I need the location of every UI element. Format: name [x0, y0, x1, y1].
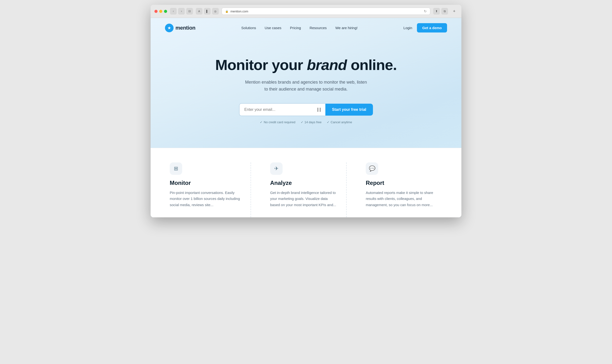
form-note-14-days: ✓ 14 days free	[301, 120, 322, 124]
browser-window: ‹ › ⊟ A ▌ ◎ 🔒 mention.com ↻ ⬆ ⧉ + ★	[151, 5, 461, 217]
address-bar[interactable]: 🔒 mention.com ↻	[222, 8, 430, 15]
email-input[interactable]	[239, 103, 325, 116]
login-link[interactable]: Login	[404, 26, 412, 30]
monitor-title: Monitor	[170, 180, 241, 186]
nav-resources[interactable]: Resources	[310, 26, 327, 30]
lock-icon: 🔒	[225, 10, 229, 13]
analyze-title: Analyze	[270, 180, 337, 186]
hero-title-part2: online.	[347, 57, 397, 73]
analyze-icon-wrapper: ✈	[270, 162, 283, 175]
maximize-button[interactable]	[164, 10, 167, 13]
feature-monitor: ⊞ Monitor Pin-point important conversati…	[170, 162, 251, 218]
nav-hiring[interactable]: We are hiring!	[335, 26, 358, 30]
sidebar-toggle-button[interactable]: ⊟	[186, 8, 193, 14]
hero-subtitle: Mention enables brands and agencies to m…	[244, 79, 368, 93]
check-icon-2: ✓	[301, 120, 303, 124]
email-input-icon: ▌▌	[317, 108, 322, 112]
url-text: mention.com	[231, 10, 248, 13]
logo-star: ★	[167, 25, 171, 31]
extension-1[interactable]: A	[196, 8, 203, 14]
check-icon-1: ✓	[260, 120, 262, 124]
features-section: ⊞ Monitor Pin-point important conversati…	[151, 148, 461, 218]
forward-button[interactable]: ›	[178, 8, 185, 14]
browser-actions: ⬆ ⧉	[433, 8, 448, 14]
reload-icon[interactable]: ↻	[424, 9, 427, 13]
email-form: ▌▌ Start your free trial	[239, 103, 373, 116]
note-text-2: 14 days free	[305, 120, 322, 124]
report-icon-wrapper: 💬	[366, 162, 378, 175]
feature-analyze: ✈ Analyze Get in-depth brand intelligenc…	[265, 162, 347, 218]
monitor-icon-wrapper: ⊞	[170, 162, 182, 175]
share-button[interactable]: ⬆	[433, 8, 440, 14]
report-title: Report	[366, 180, 442, 186]
hero-title-italic: brand	[307, 57, 347, 73]
close-button[interactable]	[154, 10, 158, 13]
note-text-1: No credit card required	[264, 120, 295, 124]
feature-report: 💬 Report Automated reports make it simpl…	[361, 162, 442, 218]
features-grid: ⊞ Monitor Pin-point important conversati…	[170, 162, 442, 218]
form-note-cancel: ✓ Cancel anytime	[327, 120, 352, 124]
email-input-wrapper: ▌▌	[239, 103, 325, 116]
logo-link[interactable]: ★ mention	[165, 24, 195, 32]
hero-title: Monitor your brand online.	[165, 57, 447, 73]
hero-title-part1: Monitor your	[215, 57, 307, 73]
start-trial-button[interactable]: Start your free trial	[325, 104, 373, 116]
traffic-lights	[154, 10, 167, 13]
check-icon-3: ✓	[327, 120, 329, 124]
analyze-description: Get in-depth brand intelligence tailored…	[270, 190, 337, 208]
nav-cta-group: Login Get a demo	[404, 23, 447, 32]
monitor-icon: ⊞	[174, 166, 178, 172]
browser-nav: ‹ › ⊟	[170, 8, 193, 14]
minimize-button[interactable]	[159, 10, 162, 13]
site-nav: ★ mention Solutions Use cases Pricing Re…	[151, 18, 461, 38]
nav-solutions[interactable]: Solutions	[241, 26, 256, 30]
tab-button[interactable]: ⧉	[441, 8, 448, 14]
nav-links: Solutions Use cases Pricing Resources We…	[241, 26, 357, 30]
get-demo-button[interactable]: Get a demo	[417, 23, 447, 32]
form-notes: ✓ No credit card required ✓ 14 days free…	[165, 120, 447, 124]
extension-2[interactable]: ▌	[204, 8, 211, 14]
hero-section: Monitor your brand online. Mention enabl…	[151, 38, 461, 138]
browser-extensions: A ▌ ◎	[196, 8, 219, 14]
back-button[interactable]: ‹	[170, 8, 177, 14]
browser-titlebar: ‹ › ⊟ A ▌ ◎ 🔒 mention.com ↻ ⬆ ⧉ +	[151, 5, 461, 18]
nav-use-cases[interactable]: Use cases	[265, 26, 281, 30]
analyze-icon: ✈	[274, 166, 279, 172]
report-icon: 💬	[369, 166, 375, 172]
report-description: Automated reports make it simple to shar…	[366, 190, 442, 208]
monitor-description: Pin-point important conversations. Easil…	[170, 190, 241, 208]
extension-3[interactable]: ◎	[212, 8, 219, 14]
logo-icon: ★	[165, 24, 174, 32]
note-text-3: Cancel anytime	[331, 120, 352, 124]
form-note-credit-card: ✓ No credit card required	[260, 120, 295, 124]
new-tab-button[interactable]: +	[451, 8, 458, 14]
website-content: ★ mention Solutions Use cases Pricing Re…	[151, 18, 461, 217]
logo-text: mention	[176, 25, 195, 31]
nav-pricing[interactable]: Pricing	[290, 26, 301, 30]
